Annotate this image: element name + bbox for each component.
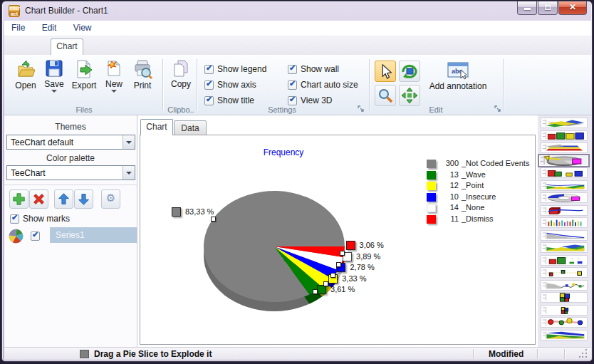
chevron-down-icon[interactable]: [123, 135, 135, 149]
mark-value: 3,33 %: [342, 274, 366, 283]
open-button[interactable]: Open: [11, 59, 40, 90]
divider: [4, 184, 137, 185]
export-label: Export: [68, 80, 100, 90]
series-row[interactable]: Series1: [4, 227, 137, 246]
select-tool-button[interactable]: [375, 61, 396, 82]
status-color-swatch: [80, 350, 89, 358]
gallery-thumbnail-arealine[interactable]: [541, 180, 588, 191]
add-series-button[interactable]: [9, 189, 28, 209]
add-annotation-button[interactable]: abc Add annotation: [429, 61, 487, 91]
gallery-thumbnail-areapoints[interactable]: [541, 280, 588, 291]
theme-select-value: TeeChart default: [11, 137, 73, 147]
delete-series-button[interactable]: [29, 189, 48, 209]
print-button[interactable]: Print: [128, 59, 157, 90]
mark-swatch: [346, 241, 355, 250]
menu-edit[interactable]: Edit: [35, 21, 64, 35]
save-dropdown-arrow[interactable]: [51, 90, 57, 95]
restore-button[interactable]: [538, 1, 558, 15]
theme-select[interactable]: TeeChart default: [6, 135, 135, 150]
chevron-down-icon[interactable]: [123, 166, 135, 180]
checkbox-icon: [10, 214, 19, 224]
status-separator: [537, 349, 538, 359]
window-title: Chart Builder - Chart1: [25, 6, 108, 16]
settings-group-label: Settings: [198, 105, 366, 114]
move-arrows-icon: [401, 87, 418, 104]
gallery-thumbnail-areablue[interactable]: [541, 330, 588, 340]
legend-label: _Dismiss: [462, 214, 494, 223]
legend-swatch: [427, 193, 436, 202]
arealine-thumbnail-icon: [541, 181, 587, 190]
legend-swatch: [427, 215, 436, 224]
gallery-thumbnail-grayline[interactable]: [541, 230, 588, 241]
gallery-thumbnail-pointline[interactable]: [541, 317, 588, 328]
checkbox-label: Show axis: [217, 80, 256, 90]
gallery-thumbnail-pointsq[interactable]: [541, 267, 588, 278]
close-button[interactable]: ✕: [558, 1, 587, 15]
legend-swatch: [427, 182, 436, 190]
legend-swatch: [427, 160, 436, 168]
palette-select[interactable]: TeeChart: [6, 165, 135, 180]
mark-value: 83,33 %: [185, 207, 214, 216]
gallery-thumbnail-bars3d[interactable]: [541, 130, 588, 141]
ribbon-tab-chart[interactable]: Chart: [51, 38, 83, 55]
gallery-thumbnail-stacked3d[interactable]: [541, 142, 588, 153]
copy-button[interactable]: Copy: [167, 59, 195, 89]
new-button[interactable]: New: [101, 59, 127, 95]
group-separator: [162, 59, 163, 110]
checkbox-icon: [204, 65, 214, 74]
group-separator: [369, 59, 370, 110]
gallery-thumbnail-cubes3d[interactable]: [541, 167, 588, 178]
new-dropdown-arrow[interactable]: [111, 90, 117, 95]
export-button[interactable]: Export: [68, 59, 100, 90]
series-settings-button[interactable]: ⚙: [101, 189, 120, 209]
themes-label: Themes: [4, 122, 137, 132]
mark-value: 3,61 %: [330, 285, 355, 293]
tab-data[interactable]: Data: [174, 120, 207, 135]
menu-file[interactable]: File: [4, 21, 32, 35]
mark-connector: [340, 251, 345, 256]
checkbox-icon: [288, 65, 297, 74]
gallery-thumbnail-cluster[interactable]: [541, 292, 588, 303]
menu-view[interactable]: View: [66, 21, 99, 35]
clipboard-group-label: Clipbo..: [162, 105, 199, 114]
series-name-field[interactable]: Series1: [50, 227, 137, 243]
legend-label: _Not Coded Events: [462, 159, 529, 167]
gallery-thumbnail-surface[interactable]: [541, 118, 588, 128]
areablue-thumbnail-icon: [541, 331, 587, 340]
edit-group-label: Edit: [370, 105, 501, 114]
status-modified: Modified: [489, 349, 523, 359]
save-button[interactable]: Save: [41, 59, 67, 95]
stacked3d-thumbnail-icon: [541, 143, 587, 152]
gallery-thumbnail-donut3d[interactable]: [541, 192, 588, 203]
surface2-thumbnail-icon: [541, 243, 587, 252]
gallery-thumbnail-cubeline[interactable]: [541, 205, 588, 216]
mark-swatch: [317, 285, 326, 294]
gallery-thumbnail-barsrg[interactable]: [541, 255, 588, 266]
new-label: New: [101, 79, 127, 89]
show-marks-label: Show marks: [23, 214, 70, 224]
gallery-thumbnail-cluster2[interactable]: [541, 305, 588, 316]
zoom-tool-button[interactable]: [375, 85, 396, 106]
group-separator: [503, 59, 504, 110]
legend-label: _None: [462, 203, 484, 212]
gallery-thumbnail-pie3d[interactable]: [538, 154, 590, 167]
mark-value: 2,78 %: [350, 263, 374, 271]
themes-panel: Themes TeeChart default Color palette Te…: [4, 115, 137, 347]
save-label: Save: [41, 79, 67, 89]
minimize-button[interactable]: [517, 1, 537, 15]
rotate-tool-button[interactable]: [399, 61, 420, 82]
checkbox-icon: [204, 80, 214, 90]
move-tool-button[interactable]: [399, 85, 420, 106]
gallery-thumbnail-surface2[interactable]: [541, 242, 588, 253]
barsrg-thumbnail-icon: [541, 256, 587, 265]
move-up-button[interactable]: [54, 189, 73, 209]
resize-grip[interactable]: [579, 349, 588, 358]
tab-chart[interactable]: Chart: [140, 119, 173, 135]
candles-thumbnail-icon: [541, 218, 587, 227]
gallery-thumbnail-candles[interactable]: [541, 217, 588, 228]
series-visible-checkbox[interactable]: [31, 232, 40, 241]
settings-dialog-launcher[interactable]: [358, 105, 366, 113]
cubes3d-thumbnail-icon: [541, 168, 587, 177]
edit-dialog-launcher[interactable]: [494, 105, 503, 113]
move-down-button[interactable]: [74, 189, 93, 209]
